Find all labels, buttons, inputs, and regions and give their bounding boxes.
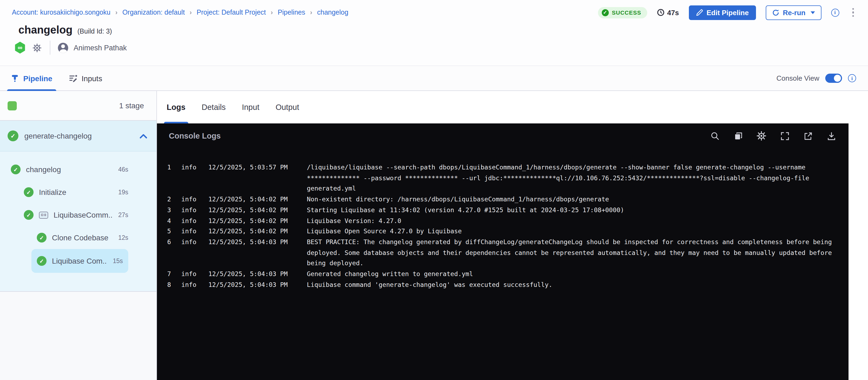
breadcrumb-item[interactable]: Organization: default [122,9,185,16]
build-id: (Build Id: 3) [78,28,112,35]
step-duration: 15s [113,258,123,264]
breadcrumb-separator: › [271,9,273,16]
plugin-icon [39,211,48,218]
log-level: info [181,269,202,280]
gear-icon[interactable] [32,43,42,52]
avatar [58,42,68,53]
log-tab-output[interactable]: Output [275,91,299,123]
duration-indicator: 47s [657,8,679,17]
breadcrumb-item[interactable]: Project: Default Project [197,9,266,16]
divider [50,40,50,55]
edit-pipeline-button[interactable]: Edit Pipeline [689,5,756,20]
step-label: changelog [26,165,61,174]
page-title: changelog [19,24,72,36]
step-tree: ✓ changelog 46s ✓ Initialize 19s ✓ Liqui… [0,152,156,291]
fullscreen-icon[interactable] [780,131,789,141]
step-label: Initialize [39,188,66,197]
console-toolbar [710,131,836,141]
log-line-number: 2 [167,194,175,205]
log-level: info [181,237,202,269]
step-success-icon: ✓ [11,165,21,174]
pipeline-icon [11,74,19,82]
page-header: Account: kurosakiichigo.songoku›Organiza… [0,0,868,65]
log-line-number: 3 [167,205,175,216]
breadcrumb-item[interactable]: Pipelines [278,9,305,16]
log-line: 6 info 12/5/2025, 5:04:03 PM BEST PRACTI… [167,237,836,269]
log-tab-details[interactable]: Details [202,91,226,123]
log-message: Liquibase Open Source 4.27.0 by Liquibas… [307,226,836,237]
rerun-button[interactable]: Re-run [766,5,821,20]
console-header: Console Logs [157,123,848,148]
stage-summary: 1 stage [0,91,156,121]
open-in-new-icon[interactable] [803,131,813,141]
log-line: 8 info 12/5/2025, 5:04:03 PM Liquibase c… [167,280,836,290]
console-title: Console Logs [169,131,221,140]
refresh-icon [772,9,779,16]
search-icon[interactable] [710,131,720,141]
stage-success-icon: ✓ [7,130,19,141]
copy-icon[interactable] [733,131,743,141]
console-view-toggle[interactable] [825,74,842,83]
log-timestamp: 12/5/2025, 5:04:02 PM [208,216,300,226]
breadcrumb-separator: › [190,9,192,16]
step-success-icon: ✓ [24,210,34,220]
stage-header[interactable]: ✓ generate-changelog [0,121,156,152]
stage-count: 1 stage [119,101,144,110]
log-line: 4 info 12/5/2025, 5:04:02 PM Liquibase V… [167,216,836,226]
step-success-icon: ✓ [37,256,46,266]
breadcrumb-separator: › [115,9,117,16]
pipeline-execution-page: Account: kurosakiichigo.songoku›Organiza… [0,0,868,380]
log-timestamp: 12/5/2025, 5:04:03 PM [208,237,300,269]
console-panel: Console Logs 1 info 12/5/2025, 5:03:57 P… [157,123,848,380]
step-label: LiquibaseComm... [54,211,113,219]
log-timestamp: 12/5/2025, 5:04:03 PM [208,280,300,290]
log-line-number: 8 [167,280,175,290]
execution-sidebar: 1 stage ✓ generate-changelog ✓ changelog… [0,91,157,380]
tab-pipeline[interactable]: Pipeline [11,66,52,90]
status-check-icon: ✓ [601,9,609,16]
breadcrumb-separator: › [310,9,312,16]
step-row[interactable]: ✓ Initialize 19s [0,181,156,204]
log-tab-logs[interactable]: Logs [167,91,185,123]
step-row[interactable]: ✓ Liquibase Com... 15s [31,249,128,273]
log-tab-input[interactable]: Input [242,91,259,123]
step-label: Clone Codebase [52,233,108,242]
log-message: BEST PRACTICE: The changelog generated b… [307,237,836,269]
inputs-icon [68,74,77,82]
tab-inputs[interactable]: Inputs [68,66,102,90]
info-icon[interactable]: i [831,8,839,17]
step-row[interactable]: ✓ LiquibaseComm... 27s [0,204,156,226]
log-message: Liquibase Version: 4.27.0 [307,216,836,226]
console-view-info-icon[interactable]: i [848,74,856,82]
settings-icon[interactable] [756,131,766,141]
log-line: 2 info 12/5/2025, 5:04:02 PM Non-existen… [167,194,836,205]
breadcrumb: Account: kurosakiichigo.songoku›Organiza… [12,9,348,16]
step-duration: 19s [118,189,128,196]
log-line-number: 5 [167,226,175,237]
rerun-label: Re-run [783,8,806,17]
step-row[interactable]: ✓ changelog 46s [0,158,156,181]
breadcrumb-item[interactable]: changelog [317,9,348,16]
pencil-icon [695,9,703,16]
clock-icon [657,9,664,16]
log-panel-area: LogsDetailsInputOutput Console Logs 1 in… [157,91,868,380]
log-line-number: 7 [167,269,175,280]
step-row[interactable]: ✓ Clone Codebase 12s [0,226,156,249]
chevron-up-icon[interactable] [140,134,147,138]
log-timestamp: 12/5/2025, 5:04:02 PM [208,194,300,205]
duration-text: 47s [667,8,679,17]
log-message: Liquibase command 'generate-changelog' w… [307,280,836,290]
console-log-body[interactable]: 1 info 12/5/2025, 5:03:57 PM /liquibase/… [157,148,848,290]
tab-inputs-label: Inputs [82,74,102,83]
step-success-icon: ✓ [37,233,46,242]
breadcrumb-item[interactable]: Account: kurosakiichigo.songoku [12,9,111,16]
more-options-menu[interactable] [849,7,857,18]
log-line: 3 info 12/5/2025, 5:04:02 PM Starting Li… [167,205,836,216]
header-actions: ✓ SUCCESS 47s Edit Pipeline [598,5,857,20]
log-level: info [181,216,202,226]
status-text: SUCCESS [612,9,641,16]
log-message: /liquibase/liquibase --search-path dbops… [307,163,836,194]
step-duration: 12s [118,234,128,241]
log-message: Non-existent directory: /harness/dbops/L… [307,194,836,205]
download-icon[interactable] [826,131,836,141]
